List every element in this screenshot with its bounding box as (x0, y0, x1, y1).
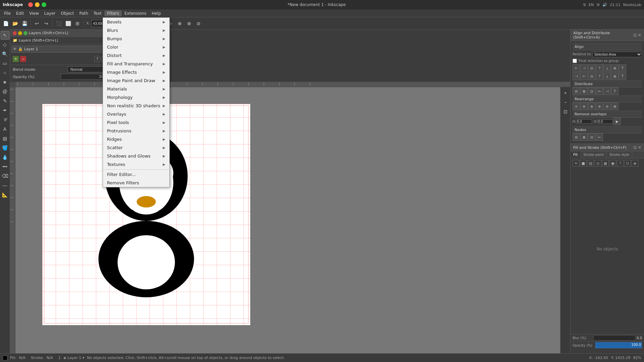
snap-button-2[interactable]: ⊕ (175, 19, 184, 28)
opacity-bar[interactable]: 100 (61, 74, 108, 80)
node-tool[interactable]: ◇ (1, 40, 9, 49)
align-right-edge[interactable]: ⊡ (588, 64, 595, 72)
spray-tool[interactable]: ••• (1, 162, 9, 171)
undo-button[interactable]: ↩ (33, 19, 41, 28)
rearrange-5[interactable]: ⊝ (603, 103, 611, 110)
node-btn-4[interactable]: ⊢ (596, 133, 603, 141)
save-button[interactable]: 💾 (20, 19, 29, 28)
menu-item-bevels[interactable]: Bevels ▶ (103, 18, 169, 26)
zoom-tool[interactable]: 🔍 (1, 50, 9, 58)
menu-item-overlays[interactable]: Overlays ▶ (103, 110, 169, 118)
menu-extensions[interactable]: Extensions (122, 10, 149, 16)
pen-tool[interactable]: ✒ (1, 106, 9, 115)
layer-move-up-button[interactable]: ↑ (94, 56, 100, 62)
opacity-bottom-bar[interactable]: 100.0 (595, 342, 642, 348)
new-button[interactable]: 📄 (1, 19, 10, 28)
pattern-icon[interactable]: ▦ (602, 160, 609, 167)
marker-icon[interactable]: ◈ (632, 160, 638, 167)
eraser-tool[interactable]: ⌫ (1, 172, 9, 180)
menu-view[interactable]: View (26, 10, 41, 16)
ellipse-tool[interactable]: ○ (1, 68, 9, 77)
align-panel-close-icon[interactable]: ✕ (638, 33, 641, 38)
align-bottom-edge[interactable]: ⊞ (611, 64, 619, 72)
linear-gradient-icon[interactable]: ▤ (587, 160, 594, 167)
dist-top[interactable]: ⊤ (596, 72, 603, 80)
layer-lock-icon[interactable]: 🔒 (18, 47, 23, 51)
rearrange-4[interactable]: ⊜ (596, 103, 603, 110)
menu-item-filter-editor[interactable]: Filter Editor... (103, 170, 169, 179)
relative-to-select[interactable]: Selection Area (592, 52, 642, 57)
fit-page[interactable]: ⊡ (561, 107, 570, 116)
zoom-in-canvas[interactable]: + (561, 88, 570, 97)
menu-item-fill-transparency[interactable]: Fill and Transparency ▶ (103, 60, 169, 68)
dist-baseline2[interactable]: T (611, 87, 619, 95)
fill-tool[interactable]: 🪣 (1, 143, 9, 152)
maximize-button[interactable] (42, 2, 46, 7)
text-tool[interactable]: A (1, 125, 9, 133)
align-center-h[interactable]: ⊥ (603, 64, 611, 72)
dropper-tool[interactable]: 💧 (1, 153, 9, 162)
node-btn-3[interactable]: ⊡ (588, 133, 595, 141)
spiral-tool[interactable]: @ (1, 87, 9, 96)
node-btn-2[interactable]: ⊠ (580, 133, 588, 141)
tab-stroke-paint[interactable]: Stroke paint (581, 152, 607, 158)
v-overlap-input[interactable] (598, 119, 613, 124)
menu-object[interactable]: Object (58, 10, 76, 16)
rearrange-1[interactable]: ⊙ (573, 103, 580, 110)
minimize-button[interactable] (35, 2, 40, 7)
unset-icon[interactable]: U (624, 160, 631, 167)
menu-item-shadows-glows[interactable]: Shadows and Glows ▶ (103, 152, 169, 160)
menu-item-protrusions[interactable]: Protrusions ▶ (103, 127, 169, 135)
dist-baseline[interactable]: T (619, 72, 626, 80)
star-tool[interactable]: ★ (1, 78, 9, 86)
menu-item-materials[interactable]: Materials ▶ (103, 85, 169, 93)
radial-gradient-icon[interactable]: ◎ (595, 160, 601, 167)
menu-text[interactable]: Text (91, 10, 104, 16)
measure-tool[interactable]: 📐 (1, 190, 9, 199)
align-top-edge[interactable]: ⊤ (596, 64, 603, 72)
gradient-tool[interactable]: ▤ (1, 134, 9, 143)
tab-fill[interactable]: Fill (571, 152, 581, 158)
menu-item-bumps[interactable]: Bumps ▶ (103, 35, 169, 43)
align-left-edge[interactable]: ⊢ (573, 64, 580, 72)
menu-item-pixel-tools[interactable]: Pixel tools ▶ (103, 118, 169, 127)
menu-filters[interactable]: Filters (104, 10, 122, 16)
align-text-baseline[interactable]: T (619, 64, 626, 72)
dist-equal-v[interactable]: ⊠ (580, 87, 588, 95)
dist-equal-h[interactable]: ⊟ (573, 87, 580, 95)
menu-help[interactable]: Help (149, 10, 163, 16)
menu-item-color[interactable]: Color ▶ (103, 43, 169, 51)
menu-item-scatter[interactable]: Scatter ▶ (103, 143, 169, 152)
pencil-tool[interactable]: ✎ (1, 97, 9, 105)
menu-item-image-effects[interactable]: Image Effects ▶ (103, 68, 169, 76)
tab-stroke-style[interactable]: Stroke style (607, 152, 632, 158)
menu-path[interactable]: Path (76, 10, 91, 16)
close-button[interactable] (28, 2, 33, 7)
no-paint-icon[interactable]: ✕ (573, 160, 579, 167)
align-panel-float-icon[interactable]: ⊡ (633, 33, 637, 38)
snap-button-4[interactable]: ⊘ (194, 19, 203, 28)
layer-visibility-icon[interactable]: 👁 (13, 47, 17, 51)
open-button[interactable]: 📂 (11, 19, 19, 28)
connector-tool[interactable]: — (1, 181, 9, 190)
menu-item-ridges[interactable]: Ridges ▶ (103, 135, 169, 143)
flat-color-icon[interactable]: ■ (580, 160, 587, 167)
zoom-fit-button[interactable]: ⊞ (73, 19, 82, 28)
rect-tool[interactable]: ▭ (1, 59, 9, 68)
node-btn-1[interactable]: ⊟ (573, 133, 580, 141)
menu-item-blurs[interactable]: Blurs ▶ (103, 26, 169, 35)
h-overlap-input[interactable] (577, 119, 592, 124)
align-center-v[interactable]: ⊣ (580, 64, 588, 72)
unknown-paint-icon[interactable]: ? (617, 160, 624, 167)
dist-gap-v[interactable]: ⊢ (596, 87, 603, 95)
remove-overlap-button[interactable]: ▶ (613, 118, 621, 125)
treat-as-group-checkbox[interactable] (573, 59, 577, 63)
zoom-out-button[interactable]: ⬜ (64, 19, 72, 28)
dist-right[interactable]: ⊡ (588, 72, 595, 80)
dist-left[interactable]: ⊣ (573, 72, 580, 80)
menu-edit[interactable]: Edit (13, 10, 26, 16)
window-controls[interactable] (28, 2, 46, 7)
dist-bottom[interactable]: ⊞ (611, 72, 619, 80)
menu-item-non-realistic[interactable]: Non realistic 3D shaders ▶ (103, 102, 169, 110)
snap-button-3[interactable]: ⊗ (185, 19, 194, 28)
